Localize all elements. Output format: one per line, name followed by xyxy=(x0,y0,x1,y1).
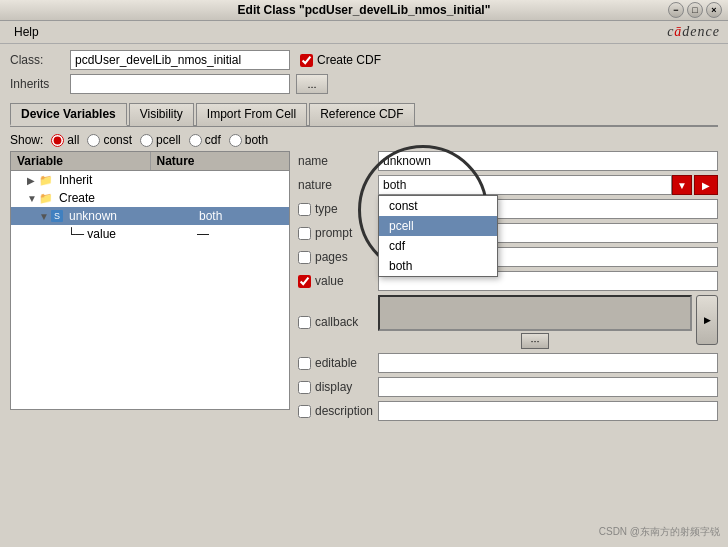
prop-row-description: description xyxy=(298,401,718,421)
tree-row-create[interactable]: ▼ 📁 Create xyxy=(11,189,289,207)
right-panel: name nature both ▼ const pcell cdf bot xyxy=(298,151,718,425)
prop-label-name: name xyxy=(298,154,378,168)
tree-cell-unknown-nature: both xyxy=(195,208,289,224)
show-row: Show: all const pcell cdf both xyxy=(10,133,718,147)
tab-import-from-cell[interactable]: Import From Cell xyxy=(196,103,307,126)
expand-icon-create: ▼ xyxy=(27,193,37,204)
nature-option-cdf[interactable]: cdf xyxy=(379,236,497,256)
tree-cell-unknown-name: unknown xyxy=(65,208,195,224)
nature-option-both[interactable]: both xyxy=(379,256,497,276)
inherits-row: Inherits ... xyxy=(10,74,718,94)
folder-icon-create: 📁 xyxy=(39,192,53,205)
prop-label-callback: callback xyxy=(298,315,378,329)
prop-row-prompt: prompt xyxy=(298,223,718,243)
var-icon-unknown: S xyxy=(51,210,63,222)
left-panel: Variable Nature ▶ 📁 Inherit ▼ 📁 Create xyxy=(10,151,290,425)
title-bar: Edit Class "pcdUser_develLib_nmos_initia… xyxy=(0,0,728,21)
tree-cell-inherit-name: Inherit xyxy=(55,172,185,188)
tab-visibility[interactable]: Visibility xyxy=(129,103,194,126)
prop-label-description: description xyxy=(298,404,378,418)
window-controls: − □ × xyxy=(668,2,722,18)
show-all-option[interactable]: all xyxy=(51,133,79,147)
nature-selected-value: both xyxy=(383,178,406,192)
prop-row-value: value xyxy=(298,271,718,291)
nature-dropdown-selected[interactable]: both xyxy=(378,175,672,195)
description-checkbox[interactable] xyxy=(298,405,311,418)
create-cdf-label: Create CDF xyxy=(317,53,381,67)
create-cdf-checkbox[interactable] xyxy=(300,54,313,67)
tree-row-unknown[interactable]: ▼ S unknown both xyxy=(11,207,289,225)
inherits-input[interactable] xyxy=(70,74,290,94)
create-cdf-row: Create CDF xyxy=(300,53,381,67)
expand-icon-inherit: ▶ xyxy=(27,175,37,186)
tab-reference-cdf[interactable]: Reference CDF xyxy=(309,103,414,126)
show-pcell-option[interactable]: pcell xyxy=(140,133,181,147)
class-input[interactable] xyxy=(70,50,290,70)
watermark: CSDN @东南方的射频字锐 xyxy=(599,525,720,539)
prop-row-display: display xyxy=(298,377,718,397)
header-nature: Nature xyxy=(151,152,290,170)
expand-icon-unknown: ▼ xyxy=(39,211,49,222)
nature-dropdown-popup: const pcell cdf both xyxy=(378,195,498,277)
editable-checkbox[interactable] xyxy=(298,357,311,370)
show-cdf-option[interactable]: cdf xyxy=(189,133,221,147)
tree-cell-value-name: └─ value xyxy=(63,226,193,242)
cadence-logo: cādence xyxy=(667,24,720,40)
pages-checkbox[interactable] xyxy=(298,251,311,264)
menu-bar: Help cādence xyxy=(0,21,728,44)
callback-right-button[interactable]: ▶ xyxy=(696,295,718,345)
prop-label-display: display xyxy=(298,380,378,394)
window-title: Edit Class "pcdUser_develLib_nmos_initia… xyxy=(238,3,491,17)
minimize-button[interactable]: − xyxy=(668,2,684,18)
nature-dropdown-container: both ▼ const pcell cdf both xyxy=(378,175,692,195)
nature-action-button[interactable]: ▶ xyxy=(694,175,718,195)
prop-row-pages: pages xyxy=(298,247,718,267)
nature-option-pcell[interactable]: pcell xyxy=(379,216,497,236)
inherits-label: Inherits xyxy=(10,77,70,91)
show-both-option[interactable]: both xyxy=(229,133,268,147)
tree-row-inherit[interactable]: ▶ 📁 Inherit xyxy=(11,171,289,189)
prop-row-type: type xyxy=(298,199,718,219)
nature-option-const[interactable]: const xyxy=(379,196,497,216)
class-row: Class: Create CDF xyxy=(10,50,718,70)
content-area: Variable Nature ▶ 📁 Inherit ▼ 📁 Create xyxy=(10,151,718,425)
maximize-button[interactable]: □ xyxy=(687,2,703,18)
type-checkbox[interactable] xyxy=(298,203,311,216)
prop-input-name[interactable] xyxy=(378,151,718,171)
prop-label-prompt: prompt xyxy=(298,226,378,240)
tree-cell-value-nature: — xyxy=(193,226,289,242)
show-label: Show: xyxy=(10,133,43,147)
callback-checkbox[interactable] xyxy=(298,316,311,329)
prop-label-editable: editable xyxy=(298,356,378,370)
prop-row-name: name xyxy=(298,151,718,171)
callback-action-btn[interactable]: ··· xyxy=(521,333,548,349)
help-menu[interactable]: Help xyxy=(8,23,45,41)
header-variable: Variable xyxy=(11,152,151,170)
tree-cell-inherit-nature xyxy=(185,179,289,181)
callback-area: ··· xyxy=(378,295,692,349)
callback-input-area: ··· ▶ xyxy=(378,295,718,349)
dots-button[interactable]: ... xyxy=(296,74,328,94)
tab-device-variables[interactable]: Device Variables xyxy=(10,103,127,126)
prop-input-editable[interactable] xyxy=(378,353,718,373)
prop-row-callback: callback ··· ▶ xyxy=(298,295,718,349)
prop-row-nature: nature both ▼ const pcell cdf both xyxy=(298,175,718,195)
tree-row-value[interactable]: └─ value — xyxy=(11,225,289,243)
prompt-checkbox[interactable] xyxy=(298,227,311,240)
show-const-option[interactable]: const xyxy=(87,133,132,147)
prop-label-value: value xyxy=(298,274,378,288)
prop-input-description[interactable] xyxy=(378,401,718,421)
callback-buttons: ··· xyxy=(378,333,692,349)
class-label: Class: xyxy=(10,53,70,67)
close-button[interactable]: × xyxy=(706,2,722,18)
prop-label-type: type xyxy=(298,202,378,216)
tree-header: Variable Nature xyxy=(10,151,290,170)
display-checkbox[interactable] xyxy=(298,381,311,394)
folder-icon-inherit: 📁 xyxy=(39,174,53,187)
tree-body[interactable]: ▶ 📁 Inherit ▼ 📁 Create ▼ S unknown xyxy=(10,170,290,410)
callback-textarea[interactable] xyxy=(378,295,692,331)
value-checkbox[interactable] xyxy=(298,275,311,288)
nature-dropdown-arrow[interactable]: ▼ xyxy=(672,175,692,195)
prop-input-display[interactable] xyxy=(378,377,718,397)
tree-cell-create-name: Create xyxy=(55,190,185,206)
